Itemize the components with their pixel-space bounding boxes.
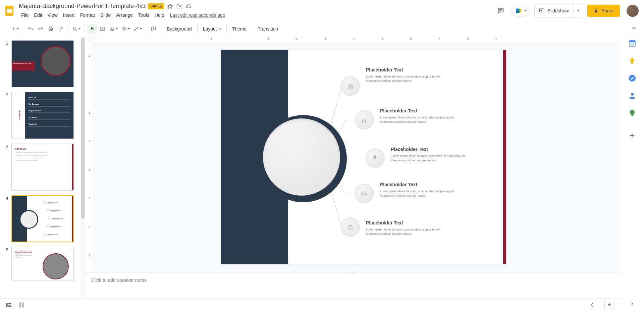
notes-drag-handle[interactable]: • • • <box>346 271 359 273</box>
slide-item-5: Placeholder TextLorem ipsum dolor sit am… <box>340 217 446 237</box>
slide-thumb-4[interactable]: 4 Placeholder TextLorem ipsum dolor sit … <box>6 195 85 242</box>
explore-button[interactable] <box>604 300 614 310</box>
line-tool[interactable] <box>132 24 143 34</box>
slide-item-2: Placeholder TextLorem ipsum dolor sit am… <box>355 110 461 129</box>
meet-button[interactable] <box>512 5 530 16</box>
textbox-tool[interactable] <box>98 24 107 34</box>
item-body: Lorem ipsum dolor sit amet, consectetuer… <box>380 189 461 198</box>
cloud-status-icon[interactable] <box>185 3 192 10</box>
slide-number: 2 <box>6 92 11 97</box>
chevron-down-icon <box>525 10 527 11</box>
filmstrip-scrollbar[interactable] <box>80 36 85 298</box>
thumbnail[interactable]: ABOUT US Lorem ipsum dolor sit amet cons… <box>11 144 74 191</box>
clipboard-icon <box>365 149 385 168</box>
slide-canvas[interactable]: 1 1 2 3 4 5 6 7 8 9 1123456 <box>85 36 620 298</box>
menu-slide[interactable]: Slide <box>98 11 113 19</box>
side-panel: 31 + › <box>620 36 644 311</box>
star-icon[interactable] <box>167 3 173 10</box>
menu-file[interactable]: File <box>19 11 31 19</box>
collapse-toolbar-button[interactable] <box>631 25 637 33</box>
chevron-left-icon[interactable] <box>590 302 594 308</box>
slide-item-3: Placeholder TextLorem ipsum dolor sit am… <box>365 149 471 168</box>
slide-filmstrip: 1 PRESENTATION TITLE 2 AGENDA About Us O… <box>0 36 85 298</box>
redo-button[interactable] <box>36 24 45 34</box>
undo-button[interactable] <box>26 24 35 34</box>
lock-icon <box>593 8 599 13</box>
document-title[interactable]: Majenta-Background-PowerPoint-Template-4… <box>19 3 146 10</box>
contacts-addon[interactable] <box>628 91 637 100</box>
paint-format-button[interactable] <box>56 24 65 34</box>
title-area: Majenta-Background-PowerPoint-Template-4… <box>19 2 494 19</box>
slide-item-1: ◎ Placeholder TextLorem ipsum dolor sit … <box>340 76 446 96</box>
new-slide-button[interactable] <box>10 24 20 34</box>
svg-rect-5 <box>50 27 52 28</box>
shape-tool[interactable] <box>120 24 131 34</box>
slide-thumb-1[interactable]: 1 PRESENTATION TITLE <box>6 40 85 87</box>
slide-thumb-3[interactable]: 3 ABOUT US Lorem ipsum dolor sit amet co… <box>6 144 85 191</box>
slide-stage[interactable]: ◎ Placeholder TextLorem ipsum dolor sit … <box>221 50 506 264</box>
grid-view-icon[interactable] <box>18 302 25 308</box>
speaker-notes[interactable]: • • • Click to add speaker notes <box>85 272 620 298</box>
svg-rect-10 <box>110 27 114 31</box>
comments-button[interactable] <box>494 4 507 17</box>
svg-rect-7 <box>59 27 62 28</box>
theme-button[interactable]: Theme <box>229 25 250 33</box>
thumbnail[interactable]: AGENDA About Us Our Services Project Pro… <box>11 92 74 139</box>
background-button[interactable]: Background <box>164 25 195 33</box>
move-folder-icon[interactable] <box>176 3 183 10</box>
slides-logo[interactable] <box>3 4 16 17</box>
thumb-label: AGENDA <box>18 111 20 120</box>
menu-bar: File Edit View Insert Format Slide Arran… <box>19 11 494 19</box>
filmstrip-view-icon[interactable] <box>5 302 12 308</box>
notes-placeholder[interactable]: Click to add speaker notes <box>91 277 147 283</box>
get-addons-button[interactable]: + <box>630 130 635 141</box>
menu-arrange[interactable]: Arrange <box>114 11 135 19</box>
print-button[interactable] <box>46 24 55 34</box>
menu-tools[interactable]: Tools <box>136 11 152 19</box>
slideshow-button[interactable]: Slideshow <box>535 4 574 17</box>
svg-rect-21 <box>19 302 21 305</box>
slide-thumb-5[interactable]: 5 PROJECT PROCESS Lorem ipsum dolor sit … <box>6 247 85 280</box>
thumbnail[interactable]: Placeholder TextLorem ipsum dolor sit Pl… <box>11 195 74 242</box>
undo-icon <box>28 26 34 32</box>
chevron-down-icon <box>17 28 19 30</box>
share-label: Share <box>601 8 614 13</box>
menu-insert[interactable]: Insert <box>61 11 77 19</box>
svg-point-30 <box>631 111 633 113</box>
item-title: Placeholder Text <box>380 108 461 113</box>
maps-addon[interactable] <box>628 109 637 117</box>
footer <box>0 298 620 311</box>
account-avatar[interactable] <box>627 5 639 17</box>
slide-item-4: Placeholder TextLorem ipsum dolor sit am… <box>355 184 461 203</box>
shape-icon <box>121 26 127 32</box>
thumbnail[interactable]: PROJECT PROCESS Lorem ipsum dolor sit am… <box>11 247 74 280</box>
image-tool[interactable] <box>108 24 119 34</box>
transition-button[interactable]: Transition <box>255 25 281 33</box>
select-tool[interactable] <box>88 24 97 34</box>
keep-addon[interactable] <box>628 56 637 65</box>
slideshow-dropdown[interactable] <box>574 4 583 17</box>
thumbnail[interactable]: PRESENTATION TITLE <box>11 40 74 87</box>
chevron-down-icon <box>577 10 579 11</box>
menu-help[interactable]: Help <box>152 11 167 19</box>
item-title: Placeholder Text <box>366 220 446 225</box>
zoom-icon <box>72 26 78 32</box>
vertical-ruler: 1123456 <box>85 42 94 298</box>
item-title: Placeholder Text <box>391 147 471 152</box>
collapse-side-panel[interactable]: › <box>631 300 633 307</box>
calendar-addon[interactable]: 31 <box>628 39 637 48</box>
explore-icon <box>606 302 612 308</box>
redo-icon <box>38 26 44 32</box>
chevron-down-icon <box>128 28 130 30</box>
zoom-button[interactable] <box>71 24 82 34</box>
layout-button[interactable]: Layout <box>200 25 224 33</box>
slide-thumb-2[interactable]: 2 AGENDA About Us Our Services Project P… <box>6 92 85 139</box>
menu-format[interactable]: Format <box>78 11 97 19</box>
tasks-addon[interactable] <box>628 74 637 83</box>
svg-rect-20 <box>8 306 11 307</box>
share-button[interactable]: Share <box>587 5 620 17</box>
comment-tool[interactable] <box>149 24 158 34</box>
menu-edit[interactable]: Edit <box>32 11 45 19</box>
last-edit-link[interactable]: Last edit was seconds ago <box>170 12 225 18</box>
menu-view[interactable]: View <box>45 11 60 19</box>
